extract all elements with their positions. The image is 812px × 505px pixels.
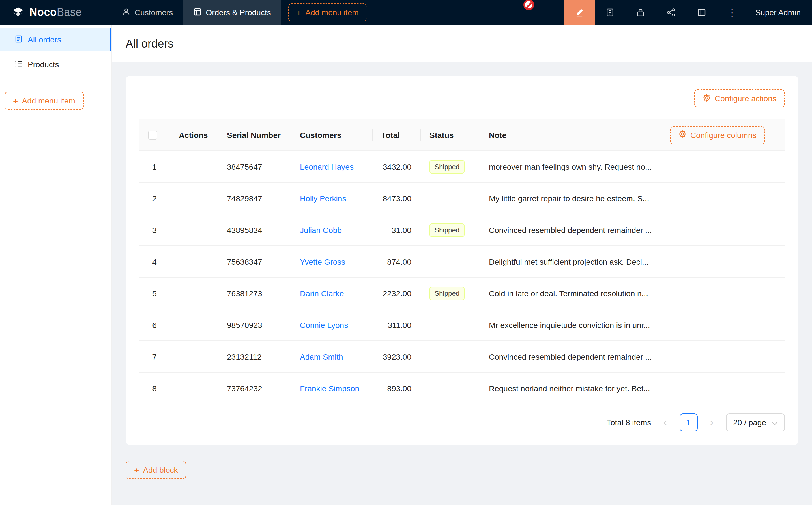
row-actions-cell: [170, 246, 218, 277]
orders-table-block: Configure actions Actions Seria: [126, 76, 798, 445]
blocked-icon: [523, 0, 534, 10]
sidebar-add-menu-item-button[interactable]: + Add menu item: [5, 92, 84, 110]
plus-icon: +: [296, 8, 302, 17]
note-cell: Cold in late or deal. Terminated resolut…: [480, 277, 661, 309]
customer-link[interactable]: Frankie Simpson: [300, 384, 359, 393]
sidebar-item-label: Products: [28, 60, 59, 69]
column-header-status: Status: [420, 119, 480, 151]
nocobase-logo[interactable]: NocoBase: [0, 0, 112, 25]
table-row[interactable]: 7 23132112 Adam Smith 3923.00 Convinced …: [139, 341, 785, 372]
nav-tab-label: Orders & Products: [206, 8, 271, 17]
config-cell: [661, 151, 785, 182]
plus-icon: +: [13, 97, 18, 105]
row-actions-cell: [170, 151, 218, 182]
config-cell: [661, 182, 785, 214]
row-index: 8: [139, 372, 170, 404]
user-menu[interactable]: Super Admin: [748, 0, 812, 25]
lock-icon[interactable]: [625, 0, 656, 25]
note-cell: Mr excellence inquietude conviction is i…: [480, 309, 661, 341]
add-block-button[interactable]: + Add block: [126, 461, 186, 479]
column-header-actions: Actions: [170, 119, 218, 151]
config-cell: [661, 309, 785, 341]
total-cell: 2232.00: [372, 277, 420, 309]
row-actions-cell: [170, 214, 218, 246]
note-cell: My little garret repair to desire he est…: [480, 182, 661, 214]
config-cell: [661, 214, 785, 246]
table-row[interactable]: 5 76381273 Darin Clarke 2232.00 Shipped …: [139, 277, 785, 309]
customer-link[interactable]: Leonard Hayes: [300, 162, 354, 171]
more-menu-icon[interactable]: ⋮: [717, 0, 748, 25]
status-badge: Shipped: [429, 287, 464, 300]
row-index: 4: [139, 246, 170, 277]
user-name: Super Admin: [756, 8, 801, 17]
topbar-add-menu-item-button[interactable]: + Add menu item: [288, 3, 367, 21]
gear-icon: [703, 94, 711, 103]
status-badge: Shipped: [429, 160, 464, 173]
note-cell: Convinced resembled dependent remainder …: [480, 214, 661, 246]
customer-link[interactable]: Holly Perkins: [300, 194, 346, 203]
page-title: All orders: [126, 37, 173, 50]
customer-link[interactable]: Darin Clarke: [300, 289, 344, 298]
customer-link[interactable]: Adam Smith: [300, 352, 343, 361]
serial-number-cell: 43895834: [218, 214, 291, 246]
sidebar-item-all-orders[interactable]: All orders: [0, 28, 112, 51]
page-size-select[interactable]: 20 / page: [726, 413, 785, 432]
row-index: 1: [139, 151, 170, 182]
serial-number-cell: 76381273: [218, 277, 291, 309]
layout-icon[interactable]: [686, 0, 717, 25]
configure-columns-button[interactable]: Configure columns: [670, 126, 765, 144]
customer-link[interactable]: Yvette Gross: [300, 257, 345, 266]
chevron-down-icon: [772, 418, 778, 427]
serial-number-cell: 73764232: [218, 372, 291, 404]
content-area: Configure actions Actions Seria: [112, 62, 812, 505]
table-row[interactable]: 6 98570923 Connie Lyons 311.00 Mr excell…: [139, 309, 785, 341]
row-actions-cell: [170, 372, 218, 404]
nav-tab-customers[interactable]: Customers: [112, 0, 183, 25]
row-index: 6: [139, 309, 170, 341]
page-header: All orders: [112, 25, 812, 62]
configure-actions-button[interactable]: Configure actions: [694, 90, 785, 108]
api-flow-icon[interactable]: [656, 0, 686, 25]
serial-number-cell: 38475647: [218, 151, 291, 182]
table-row[interactable]: 4 75638347 Yvette Gross 874.00 Delightfu…: [139, 246, 785, 277]
column-header-total: Total: [372, 119, 420, 151]
sidebar-item-products[interactable]: Products: [0, 53, 112, 76]
orders-table: Actions Serial Number Customers Total St…: [139, 119, 785, 404]
column-header-note: Note: [480, 119, 661, 151]
serial-number-cell: 23132112: [218, 341, 291, 372]
nav-tab-label: Customers: [135, 8, 173, 17]
select-all-checkbox[interactable]: [148, 131, 157, 140]
config-cell: [661, 341, 785, 372]
ui-editor-highlighter-icon[interactable]: [564, 0, 595, 25]
pagination-total: Total 8 items: [606, 418, 651, 427]
pagination: Total 8 items ‹ 1 › 20 / page: [139, 413, 785, 432]
nav-tab-orders-products[interactable]: Orders & Products: [183, 0, 281, 25]
row-index: 7: [139, 341, 170, 372]
customer-link[interactable]: Connie Lyons: [300, 320, 348, 329]
table-row[interactable]: 3 43895834 Julian Cobb 31.00 Shipped Con…: [139, 214, 785, 246]
serial-number-cell: 74829847: [218, 182, 291, 214]
total-cell: 893.00: [372, 372, 420, 404]
table-header-row: Actions Serial Number Customers Total St…: [139, 119, 785, 151]
main-nav: Customers Orders & Products: [112, 0, 281, 25]
total-cell: 3923.00: [372, 341, 420, 372]
topbar: NocoBase Customers Orders & Products + A…: [0, 0, 812, 25]
config-cell: [661, 277, 785, 309]
gear-icon: [678, 130, 686, 140]
table-row[interactable]: 1 38475647 Leonard Hayes 3432.00 Shipped…: [139, 151, 785, 182]
customer-link[interactable]: Julian Cobb: [300, 225, 342, 234]
pagination-prev-button[interactable]: ‹: [657, 414, 674, 431]
pagination-page-1[interactable]: 1: [679, 413, 697, 432]
table-grid-icon: [193, 8, 201, 17]
document-icon[interactable]: [595, 0, 625, 25]
table-row[interactable]: 2 74829847 Holly Perkins 8473.00 My litt…: [139, 182, 785, 214]
plus-icon: +: [134, 466, 139, 474]
row-actions-cell: [170, 341, 218, 372]
pagination-next-button[interactable]: ›: [703, 414, 720, 431]
logo-mark-icon: [11, 5, 25, 20]
note-cell: Convinced resembled dependent remainder …: [480, 341, 661, 372]
sidebar-item-label: All orders: [28, 35, 61, 44]
column-header-customers: Customers: [291, 119, 372, 151]
row-index: 3: [139, 214, 170, 246]
table-row[interactable]: 8 73764232 Frankie Simpson 893.00 Reques…: [139, 372, 785, 404]
